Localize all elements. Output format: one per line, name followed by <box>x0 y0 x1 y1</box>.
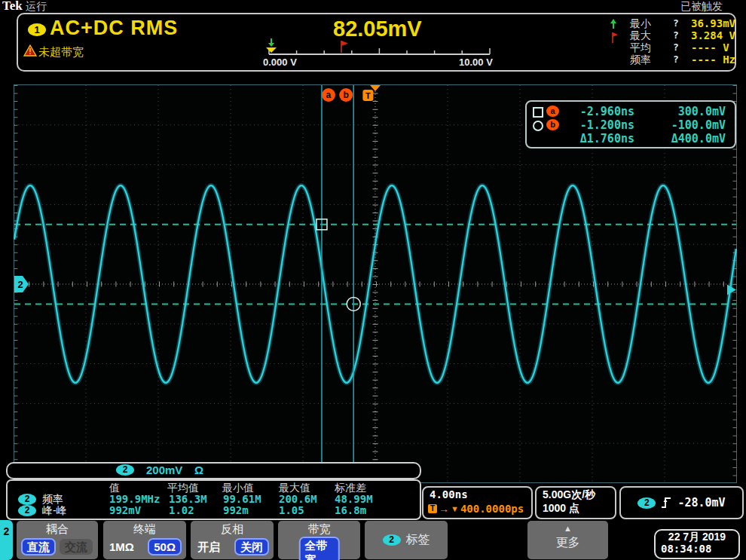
channel2-scale-bar[interactable]: 2 200mV Ω <box>6 462 421 479</box>
warning-icon: ! <box>23 44 37 57</box>
svg-text:2: 2 <box>17 279 23 290</box>
coupling-title: 耦合 <box>17 522 98 537</box>
termination-button[interactable]: 终端 1MΩ 50Ω <box>103 521 186 559</box>
cell: 200.6M <box>279 493 317 505</box>
trigger-t-icon: T <box>428 504 437 513</box>
bandwidth-warning-text: 未超带宽 <box>38 45 84 60</box>
stat-row-max: 最大 ? 3.284 V <box>612 29 746 41</box>
cell: 1.02 <box>169 504 194 516</box>
dvm-banner: 1 AC+DC RMS 82.05mV ! 未超带宽 <box>17 13 736 72</box>
cell: 992mV <box>109 504 141 516</box>
dvm-scale-bar <box>258 36 514 57</box>
acquisition-readout[interactable]: 5.00G次/秒 1000 点 <box>535 486 616 519</box>
stat-prefix: ? <box>673 17 679 29</box>
cursor-a-badge: a <box>546 106 559 117</box>
dvm-mode-label: AC+DC RMS <box>50 17 178 40</box>
ch2-impedance: Ω <box>194 464 203 476</box>
invert-on-option[interactable]: 开启 <box>197 540 220 555</box>
row-name: 峰-峰 <box>42 504 67 518</box>
row-channel-badge: 2 <box>18 494 36 505</box>
more-button[interactable]: ▲ 更多 <box>527 521 608 559</box>
delay-readout: T → ▼ 400.0000ps <box>428 503 524 515</box>
cursor-b-handle[interactable]: b <box>339 88 353 102</box>
record-length: 1000 点 <box>543 502 579 516</box>
cell: 48.99M <box>335 493 373 505</box>
cursor-readout-box: a -2.960ns 300.0mV b -1.200ns -100.0mV Δ… <box>525 100 736 148</box>
bandwidth-full-option[interactable]: 全带宽 <box>298 537 340 560</box>
stat-row-frequency: 频率 ? ---- Hz <box>612 54 746 66</box>
label-channel-badge: 2 <box>383 534 401 546</box>
bandwidth-title: 带宽 <box>278 522 360 537</box>
sample-rate: 5.00G次/秒 <box>543 488 595 502</box>
termination-1mohm-option[interactable]: 1MΩ <box>109 540 134 553</box>
cursor-b-time: -1.200ns <box>564 118 634 132</box>
cell: 136.3M <box>169 493 207 505</box>
stat-prefix: ? <box>673 54 679 65</box>
cell: 16.8m <box>335 504 366 516</box>
time-per-div: 4.00ns <box>430 488 468 500</box>
time-text: 08:34:08 <box>661 543 711 555</box>
min-marker-icon <box>268 38 274 47</box>
invert-title: 反相 <box>191 522 274 537</box>
invert-button[interactable]: 反相 开启 关闭 <box>191 521 274 559</box>
coupling-ac-option[interactable]: 交流 <box>60 539 93 555</box>
stat-value: 3.284 V <box>691 29 735 41</box>
expansion-marker-icon: ▼ <box>451 504 459 513</box>
cell: 199.9MHz <box>109 493 160 505</box>
cursor-b-circle-icon <box>533 121 543 131</box>
stat-prefix: ? <box>673 29 679 41</box>
cell: 992m <box>223 504 249 516</box>
trigger-level-value: -28.0mV <box>677 496 725 510</box>
cursor-delta-value: Δ400.0mV <box>641 132 726 145</box>
svg-text:a: a <box>326 90 332 100</box>
termination-title: 终端 <box>103 522 186 537</box>
cursor-a-square-icon <box>533 107 543 118</box>
arrow-icon: → <box>439 503 449 515</box>
cursor-a-time: -2.960ns <box>564 105 634 118</box>
oscilloscope-screen: Tek 运行 已被触发 1 AC+DC RMS 82.05mV ! 未超带宽 <box>0 0 746 560</box>
coupling-button[interactable]: 耦合 直流 交流 <box>17 521 98 559</box>
invert-off-option[interactable]: 关闭 <box>234 538 269 555</box>
more-button-text: 更多 <box>527 535 608 551</box>
rising-edge-icon <box>661 495 672 510</box>
cursor-a-handle[interactable]: a <box>322 88 335 102</box>
scale-max-label: 10.00 V <box>459 57 493 68</box>
stat-prefix: ? <box>673 41 679 53</box>
stat-label: 频率 <box>630 54 651 67</box>
cursor-b-value: -100.0mV <box>641 118 726 132</box>
trigger-source-badge: 2 <box>637 497 656 509</box>
channel1-badge: 1 <box>28 23 46 36</box>
termination-50ohm-option[interactable]: 50Ω <box>148 538 182 555</box>
horizontal-readout[interactable]: 4.00ns T → ▼ 400.0000ps <box>422 486 533 519</box>
coupling-dc-option[interactable]: 直流 <box>21 538 56 555</box>
svg-text:b: b <box>344 90 349 100</box>
acquisition-run-state: 运行 <box>26 0 47 14</box>
cursor-b-badge: b <box>546 119 559 130</box>
stat-row-min: 最小 ? 36.93mV <box>612 17 746 29</box>
datetime-box: 22 7月 2019 08:34:08 <box>654 529 740 559</box>
stat-value: 36.93mV <box>691 17 735 29</box>
cell: 1.05 <box>279 504 304 516</box>
bandwidth-button[interactable]: 带宽 全带宽 <box>278 521 360 559</box>
cursor-a-value: 300.0mV <box>641 105 726 118</box>
label-button-text: 标签 <box>406 532 430 548</box>
svg-text:T: T <box>365 91 371 100</box>
delay-value: 400.0000ps <box>460 503 524 515</box>
ch2-volts-per-div: 200mV <box>146 464 182 476</box>
label-button[interactable]: 2 标签 <box>365 521 448 559</box>
stat-value: ---- Hz <box>691 54 735 66</box>
channel2-badge: 2 <box>116 464 134 476</box>
row-channel-badge: 2 <box>18 505 36 516</box>
trigger-readout[interactable]: 2 -28.0mV <box>619 486 744 519</box>
tek-logo: Tek <box>2 0 23 14</box>
chevron-up-icon: ▲ <box>527 524 608 533</box>
current-value-marker-icon <box>266 47 277 53</box>
svg-text:!: ! <box>29 47 31 56</box>
scale-min-label: 0.000 V <box>263 57 297 68</box>
measurement-table: 值 平均值 最小值 最大值 标准差 2 频率 199.9MHz 136.3M 9… <box>6 479 421 520</box>
trigger-position-flag[interactable]: T <box>362 90 373 101</box>
menu-channel-tab: 2 <box>0 520 13 560</box>
max-marker-icon <box>341 41 348 53</box>
trigger-status: 已被触发 <box>680 0 723 14</box>
cell: 99.61M <box>223 493 261 505</box>
